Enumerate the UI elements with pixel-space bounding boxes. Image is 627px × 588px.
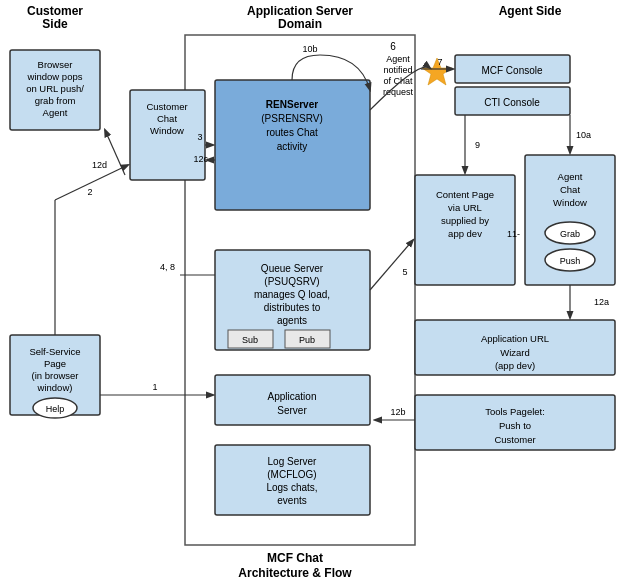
step9-label: 9 bbox=[475, 140, 480, 150]
step1-label: 1 bbox=[152, 382, 157, 392]
ren-server-text: RENServer bbox=[266, 99, 318, 110]
svg-text:routes Chat: routes Chat bbox=[266, 127, 318, 138]
step5-label: 5 bbox=[402, 267, 407, 277]
svg-text:activity: activity bbox=[277, 141, 308, 152]
svg-text:window pops: window pops bbox=[27, 71, 83, 82]
svg-text:manages Q load,: manages Q load, bbox=[254, 289, 330, 300]
svg-text:(PSRENSRV): (PSRENSRV) bbox=[261, 113, 323, 124]
app-server-label2: Domain bbox=[278, 17, 322, 31]
svg-text:Page: Page bbox=[44, 358, 66, 369]
step4-8-label: 4, 8 bbox=[160, 262, 175, 272]
svg-text:Server: Server bbox=[277, 405, 307, 416]
step6-label: 6 bbox=[390, 41, 396, 52]
sub-label: Sub bbox=[242, 335, 258, 345]
svg-text:Agent: Agent bbox=[43, 107, 68, 118]
svg-text:distributes to: distributes to bbox=[264, 302, 321, 313]
footer-title: MCF Chat bbox=[267, 551, 323, 565]
svg-text:Push to: Push to bbox=[499, 420, 531, 431]
svg-text:(MCFLOG): (MCFLOG) bbox=[267, 469, 316, 480]
svg-text:Chat: Chat bbox=[560, 184, 580, 195]
app-server-box-text: Application bbox=[268, 391, 317, 402]
log-server-text: Log Server bbox=[268, 456, 318, 467]
app-url-wizard-text: Application URL bbox=[481, 333, 549, 344]
step12a-label: 12a bbox=[594, 297, 609, 307]
cti-console-text: CTI Console bbox=[484, 97, 540, 108]
svg-text:(PSUQSRV): (PSUQSRV) bbox=[264, 276, 319, 287]
architecture-diagram: Customer Side Application Server Domain … bbox=[0, 0, 627, 588]
svg-text:app dev: app dev bbox=[448, 228, 482, 239]
svg-text:Logs chats,: Logs chats, bbox=[266, 482, 317, 493]
svg-text:supplied by: supplied by bbox=[441, 215, 489, 226]
svg-text:notified: notified bbox=[383, 65, 412, 75]
browser-window-text: Browser bbox=[38, 59, 73, 70]
app-server-label: Application Server bbox=[247, 4, 353, 18]
svg-text:Customer: Customer bbox=[494, 434, 535, 445]
step10a-label: 10a bbox=[576, 130, 591, 140]
step7-label: 7 bbox=[437, 57, 442, 67]
footer-subtitle: Architecture & Flow bbox=[238, 566, 352, 580]
self-service-text: Self-Service bbox=[29, 346, 80, 357]
svg-text:of Chat: of Chat bbox=[383, 76, 413, 86]
svg-text:request: request bbox=[383, 87, 414, 97]
svg-text:grab from: grab from bbox=[35, 95, 76, 106]
push-oval[interactable]: Push bbox=[560, 256, 581, 266]
step2-label: 2 bbox=[87, 187, 92, 197]
svg-text:Window: Window bbox=[553, 197, 587, 208]
customer-chat-text: Customer bbox=[146, 101, 187, 112]
step12c-label: 12c bbox=[193, 154, 208, 164]
tools-pagelet-text: Tools Pagelet: bbox=[485, 406, 545, 417]
agent-chat-text: Agent bbox=[558, 171, 583, 182]
svg-text:Chat: Chat bbox=[157, 113, 177, 124]
step11-label: 11- bbox=[507, 229, 520, 239]
svg-text:via URL: via URL bbox=[448, 202, 482, 213]
step12d-label: 12d bbox=[92, 160, 107, 170]
grab-oval[interactable]: Grab bbox=[560, 229, 580, 239]
mcf-console-text: MCF Console bbox=[481, 65, 543, 76]
agent-notified-text: Agent bbox=[386, 54, 410, 64]
queue-server-text: Queue Server bbox=[261, 263, 324, 274]
customer-side-label: Customer bbox=[27, 4, 83, 18]
agent-side-label: Agent Side bbox=[499, 4, 562, 18]
pub-label: Pub bbox=[299, 335, 315, 345]
svg-text:Window: Window bbox=[150, 125, 184, 136]
content-page-text: Content Page bbox=[436, 189, 494, 200]
svg-text:events: events bbox=[277, 495, 306, 506]
customer-side-label2: Side bbox=[42, 17, 68, 31]
svg-text:(in browser: (in browser bbox=[32, 370, 79, 381]
svg-text:(app dev): (app dev) bbox=[495, 360, 535, 371]
svg-text:window): window) bbox=[37, 382, 73, 393]
svg-text:agents: agents bbox=[277, 315, 307, 326]
svg-text:Wizard: Wizard bbox=[500, 347, 530, 358]
step3-label: 3 bbox=[197, 132, 202, 142]
step10b-label: 10b bbox=[302, 44, 317, 54]
step12b-label: 12b bbox=[390, 407, 405, 417]
diagram-container: Customer Side Application Server Domain … bbox=[0, 0, 627, 588]
svg-text:on URL push/: on URL push/ bbox=[26, 83, 84, 94]
help-oval[interactable]: Help bbox=[46, 404, 65, 414]
